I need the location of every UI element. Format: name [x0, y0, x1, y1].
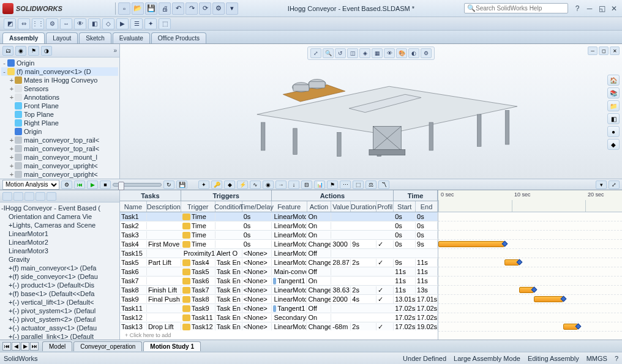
- tab-sketch[interactable]: Sketch: [79, 32, 111, 43]
- collapse-study-icon[interactable]: ▾: [596, 180, 607, 189]
- play-from-start-icon[interactable]: ⏮: [74, 180, 85, 189]
- tab-assembly[interactable]: Assembly: [2, 32, 45, 43]
- feature-tree-tab-icon[interactable]: 🗂: [2, 46, 13, 56]
- file-explorer-tab-icon[interactable]: 📁: [607, 100, 620, 111]
- view-palette-tab-icon[interactable]: ◧: [607, 113, 620, 124]
- undo-icon[interactable]: ↶: [172, 2, 184, 15]
- zoom-area-icon[interactable]: 🔍: [323, 48, 334, 58]
- redo-icon[interactable]: ↷: [185, 2, 198, 15]
- save-animation-icon[interactable]: 💾: [176, 180, 187, 189]
- assembly-features-icon[interactable]: ◧: [88, 18, 100, 29]
- hide-show-icon[interactable]: 👁: [384, 48, 395, 58]
- column-header[interactable]: Action: [307, 201, 332, 212]
- options-icon[interactable]: ⚙: [212, 2, 225, 15]
- study-tab[interactable]: Motion Study 1: [143, 341, 201, 351]
- playback-mode-icon[interactable]: ↻: [163, 180, 174, 189]
- exploded-view-icon[interactable]: ✦: [144, 18, 157, 29]
- tab-layout[interactable]: Layout: [46, 32, 78, 43]
- tree-item[interactable]: +(-) vertical_lift<1> (Default<: [1, 298, 118, 306]
- apply-scene-icon[interactable]: ◐: [408, 48, 419, 58]
- filter5-icon[interactable]: [47, 192, 56, 201]
- task-row[interactable]: Task7Task6Task En<None>Tangent1On11s11s: [120, 277, 438, 286]
- motion-timeline[interactable]: 0 sec10 sec20 sec: [438, 190, 622, 340]
- task-row[interactable]: Task13Drop LiftTask12Task En<None>Linear…: [120, 322, 438, 330]
- task-row[interactable]: Task12Task11Task En<None>SecondaryOn17.0…: [120, 313, 438, 322]
- tree-item[interactable]: +(-) product<1> (Default<Dis: [1, 281, 118, 289]
- help-icon[interactable]: ?: [572, 4, 583, 13]
- playback-speed-slider[interactable]: [113, 183, 162, 187]
- bom-icon[interactable]: ☰: [130, 18, 143, 29]
- event-task-grid[interactable]: TasksTriggersActionsTime NameDescription…: [120, 190, 438, 340]
- motion-properties-icon[interactable]: ⋯: [340, 180, 351, 189]
- task-row[interactable]: Task9Final PushTask8Task En<None>LinearM…: [120, 295, 438, 304]
- instant3d-icon[interactable]: ⬚: [159, 18, 171, 29]
- config-manager-tab-icon[interactable]: ⚑: [28, 46, 39, 56]
- move-component-icon[interactable]: ↔: [60, 18, 72, 29]
- timeline-bar[interactable]: [534, 296, 563, 302]
- study-tab[interactable]: Model: [42, 341, 72, 351]
- restore-icon[interactable]: ◱: [596, 4, 607, 13]
- tree-item[interactable]: LinearMotor1: [1, 229, 118, 238]
- play-icon[interactable]: ▶: [87, 180, 98, 189]
- filter2-icon[interactable]: [13, 192, 23, 201]
- expand-study-icon[interactable]: ⤢: [609, 180, 620, 189]
- spring-icon[interactable]: ∿: [250, 180, 261, 189]
- force-icon[interactable]: →: [275, 180, 287, 189]
- tree-item[interactable]: Top Plane: [1, 110, 118, 119]
- animation-wizard-icon[interactable]: ✦: [198, 180, 209, 189]
- graphics-viewport[interactable]: ⤢ 🔍 ↺ ◫ ◈ ▦ 👁 🎨 ◐ ⚙ ─ ◻ ✕ 🏠 📚 📁 ◧ ● ◆: [120, 44, 622, 179]
- status-help-icon[interactable]: ?: [615, 355, 618, 362]
- task-row[interactable]: Task8Finish LiftTask7Task En<None>Linear…: [120, 286, 438, 295]
- column-header[interactable]: Trigger: [181, 201, 215, 212]
- task-row[interactable]: Task2Time0sLinearMotorOn0s0s: [120, 221, 438, 231]
- column-header[interactable]: Description: [147, 201, 181, 212]
- section-view-icon[interactable]: ◫: [347, 48, 358, 58]
- filter-icon[interactable]: [2, 192, 12, 201]
- results-icon[interactable]: 📊: [314, 180, 325, 189]
- resources-tab-icon[interactable]: 🏠: [607, 75, 620, 86]
- column-header[interactable]: Name: [120, 201, 147, 212]
- mate-icon[interactable]: ⇔: [18, 18, 30, 29]
- tree-item[interactable]: +Sensors: [1, 84, 118, 93]
- tree-item[interactable]: +(f) side_conveyor<1> (Defau: [1, 272, 118, 281]
- filter4-icon[interactable]: [36, 192, 45, 201]
- autokey-icon[interactable]: 🔑: [211, 180, 222, 189]
- open-icon[interactable]: 📂: [132, 2, 144, 15]
- mass-props-icon[interactable]: ⚖: [365, 180, 377, 189]
- smart-fasteners-icon[interactable]: ⚙: [46, 18, 58, 29]
- design-library-tab-icon[interactable]: 📚: [607, 87, 620, 98]
- insert-component-icon[interactable]: ◩: [4, 18, 16, 29]
- help-search[interactable]: 🔍: [464, 3, 568, 13]
- property-manager-tab-icon[interactable]: ◉: [15, 46, 26, 56]
- tree-item[interactable]: Front Plane: [1, 102, 118, 110]
- task-row[interactable]: Task15Proximity1Alert O<None>LinearMotor…: [120, 249, 438, 258]
- gravity-icon[interactable]: ↓: [288, 180, 299, 189]
- motion-feature-tree[interactable]: -IHogg Conveyor - Event Based (Orientati…: [0, 202, 119, 340]
- close-icon[interactable]: ✕: [609, 4, 620, 13]
- reference-geometry-icon[interactable]: ◇: [102, 18, 114, 29]
- dropdown-icon[interactable]: ▾: [226, 2, 238, 15]
- tree-item[interactable]: +(-) parallel_link<1> (Default: [1, 332, 118, 340]
- contact-icon[interactable]: ◉: [263, 180, 274, 189]
- tree-item[interactable]: +main_conveyor_top_rail<: [1, 144, 118, 153]
- tab-next-icon[interactable]: ▶: [21, 342, 29, 351]
- motor-icon[interactable]: ⚡: [237, 180, 248, 189]
- previous-view-icon[interactable]: ↺: [335, 48, 346, 58]
- tree-item[interactable]: +Annotations: [1, 93, 118, 102]
- tree-item[interactable]: +(f) main_conveyor<1> (Defa: [1, 264, 118, 272]
- linear-pattern-icon[interactable]: ⋮⋮: [32, 18, 44, 29]
- column-header[interactable]: Condition: [215, 201, 242, 212]
- new-icon[interactable]: ▫: [118, 2, 130, 15]
- display-manager-tab-icon[interactable]: ◑: [41, 46, 52, 56]
- study-tab[interactable]: Conveyor_operation: [73, 341, 142, 351]
- column-header[interactable]: Value: [331, 201, 351, 212]
- tree-item[interactable]: +main_conveyor_mount_l: [1, 153, 118, 162]
- print-icon[interactable]: 🖨: [159, 2, 171, 15]
- tree-item[interactable]: +main_conveyor_upright<: [1, 170, 118, 179]
- tree-item[interactable]: LinearMotor3: [1, 247, 118, 255]
- stop-icon[interactable]: ■: [100, 180, 111, 189]
- filter3-icon[interactable]: [24, 192, 34, 201]
- column-header[interactable]: Time/Delay: [242, 201, 272, 212]
- custom-props-tab-icon[interactable]: ◆: [607, 139, 620, 150]
- view-settings-icon[interactable]: ⚙: [421, 48, 432, 58]
